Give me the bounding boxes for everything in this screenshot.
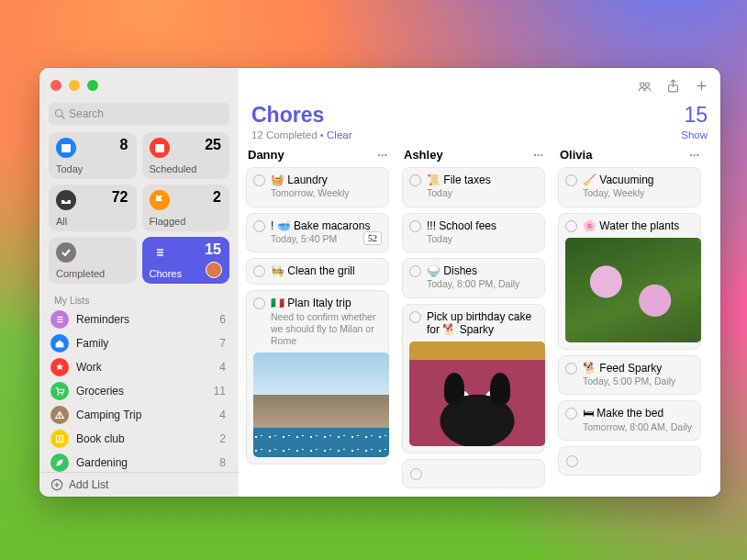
reminder-title: ! 🥣 Bake macarons xyxy=(271,219,370,232)
empty-reminder-slot[interactable] xyxy=(402,459,545,488)
reminder-subtitle: Tomorrow, 8:00 AM, Daily xyxy=(583,421,694,433)
complete-toggle[interactable] xyxy=(409,220,421,232)
reminder-card[interactable]: Pick up birthday cake for 🐕 Sparky xyxy=(402,304,545,454)
smart-completed[interactable]: Completed xyxy=(49,237,137,284)
cart-icon xyxy=(50,382,69,400)
leaf-icon xyxy=(50,454,69,472)
reminder-card[interactable]: 🌸 Water the plants xyxy=(558,213,701,350)
section-label-my-lists: My Lists xyxy=(39,291,239,308)
svg-rect-5 xyxy=(155,144,164,147)
smart-all[interactable]: 72All xyxy=(49,185,137,231)
complete-toggle[interactable] xyxy=(565,408,577,420)
smart-chores[interactable]: 15Chores xyxy=(142,237,230,284)
complete-toggle[interactable] xyxy=(253,265,265,277)
list-name: Work xyxy=(76,361,102,374)
share-icon[interactable] xyxy=(665,78,681,94)
svg-point-0 xyxy=(56,110,63,118)
reminder-title: Pick up birthday cake for 🐕 Sparky xyxy=(427,310,538,337)
list-name: Gardening xyxy=(76,456,128,469)
reminder-card[interactable]: 🧑‍🍳 Clean the grill xyxy=(246,258,389,285)
complete-toggle[interactable] xyxy=(409,265,421,277)
list-name: Reminders xyxy=(76,313,129,326)
list-camping-trip[interactable]: Camping Trip4 xyxy=(39,403,239,427)
complete-toggle[interactable] xyxy=(409,174,421,186)
show-button[interactable]: Show xyxy=(681,129,708,140)
avatar xyxy=(206,262,222,278)
list-groceries[interactable]: Groceries11 xyxy=(39,379,239,403)
book-icon xyxy=(50,430,69,448)
smart-label: Scheduled xyxy=(150,163,223,174)
svg-rect-3 xyxy=(61,144,71,147)
smart-count: 15 xyxy=(205,241,221,258)
reminder-title: 🇮🇹 Plan Italy trip xyxy=(271,297,351,309)
complete-toggle[interactable] xyxy=(253,220,265,232)
smart-label: Today xyxy=(56,163,129,174)
complete-toggle[interactable] xyxy=(565,220,577,232)
empty-reminder-slot[interactable] xyxy=(558,446,701,476)
list-name: Family xyxy=(76,337,108,350)
add-list-button[interactable]: Add List xyxy=(39,472,239,497)
collaborate-icon[interactable] xyxy=(637,78,652,94)
plus-circle-icon xyxy=(50,478,63,491)
list-icon xyxy=(150,242,170,263)
add-list-label: Add List xyxy=(69,478,108,491)
reminder-subtitle: Today, Weekly xyxy=(583,187,694,199)
reminder-title: 🛏 Make the bed xyxy=(583,407,663,420)
complete-toggle[interactable] xyxy=(253,174,265,186)
list-icon xyxy=(50,310,69,329)
reminder-card[interactable]: 🍚 DishesToday, 8:00 PM, Daily xyxy=(402,258,545,298)
calendar-icon xyxy=(150,138,170,158)
column-menu-button[interactable]: ··· xyxy=(377,148,387,162)
list-name: Camping Trip xyxy=(76,409,141,421)
complete-toggle[interactable] xyxy=(565,363,577,375)
check-icon xyxy=(56,242,76,263)
window-controls xyxy=(39,68,239,103)
tray-icon xyxy=(56,190,76,210)
reminder-card[interactable]: 🐕 Feed SparkyToday, 5:00 PM, Daily xyxy=(558,355,701,396)
smart-scheduled[interactable]: 25Scheduled xyxy=(142,132,230,179)
close-button[interactable] xyxy=(50,80,61,91)
column-menu-button[interactable]: ··· xyxy=(533,148,543,162)
complete-toggle[interactable] xyxy=(566,455,578,467)
column-danny: Danny···🧺 LaundryTomorrow, Weekly! 🥣 Bak… xyxy=(239,142,395,497)
search-input[interactable]: Search xyxy=(49,103,229,125)
list-count: 11 xyxy=(214,385,226,398)
maximize-button[interactable] xyxy=(87,80,98,91)
search-placeholder: Search xyxy=(69,107,104,120)
smart-count: 25 xyxy=(205,137,221,153)
kanban-columns: Danny···🧺 LaundryTomorrow, Weekly! 🥣 Bak… xyxy=(239,142,720,497)
search-icon xyxy=(54,108,65,119)
reminder-card[interactable]: 🧹 VacuumingToday, Weekly xyxy=(558,167,701,207)
reminder-card[interactable]: 🇮🇹 Plan Italy tripNeed to confirm whethe… xyxy=(246,290,389,465)
smart-count: 2 xyxy=(213,189,221,206)
reminder-card[interactable]: !!! School feesToday xyxy=(402,213,545,253)
tent-icon xyxy=(50,406,69,424)
column-menu-button[interactable]: ··· xyxy=(689,148,699,162)
smart-today[interactable]: 8Today xyxy=(49,132,137,179)
list-gardening[interactable]: Gardening8 xyxy=(39,451,239,472)
column-olivia: Olivia···🧹 VacuumingToday, Weekly🌸 Water… xyxy=(551,142,707,497)
reminder-subtitle: Tomorrow, Weekly xyxy=(271,187,382,199)
reminder-subtitle: Today, 5:00 PM, Daily xyxy=(583,375,694,387)
svg-line-1 xyxy=(61,116,64,118)
reminder-card[interactable]: 📜 File taxesToday xyxy=(402,167,545,207)
list-book-club[interactable]: Book club2 xyxy=(39,427,239,451)
complete-toggle[interactable] xyxy=(410,468,422,480)
list-reminders[interactable]: Reminders6 xyxy=(39,308,239,331)
list-work[interactable]: Work4 xyxy=(39,355,239,379)
complete-toggle[interactable] xyxy=(409,311,421,323)
complete-toggle[interactable] xyxy=(253,297,265,309)
add-icon[interactable] xyxy=(694,78,709,94)
list-title: Chores xyxy=(251,103,324,128)
svg-point-18 xyxy=(645,82,649,85)
clear-button[interactable]: Clear xyxy=(327,129,351,140)
reminder-card[interactable]: 🛏 Make the bedTomorrow, 8:00 AM, Daily xyxy=(558,400,701,441)
list-family[interactable]: Family7 xyxy=(39,331,239,355)
minimize-button[interactable] xyxy=(69,80,80,91)
reminder-title: 🍚 Dishes xyxy=(427,264,477,277)
complete-toggle[interactable] xyxy=(565,174,577,186)
reminder-card[interactable]: ! 🥣 Bake macaronsToday, 5:40 PM52 xyxy=(246,213,389,253)
smart-flagged[interactable]: 2Flagged xyxy=(142,185,230,231)
reminder-card[interactable]: 🧺 LaundryTomorrow, Weekly xyxy=(246,167,389,207)
completed-count: 12 Completed xyxy=(251,129,318,140)
